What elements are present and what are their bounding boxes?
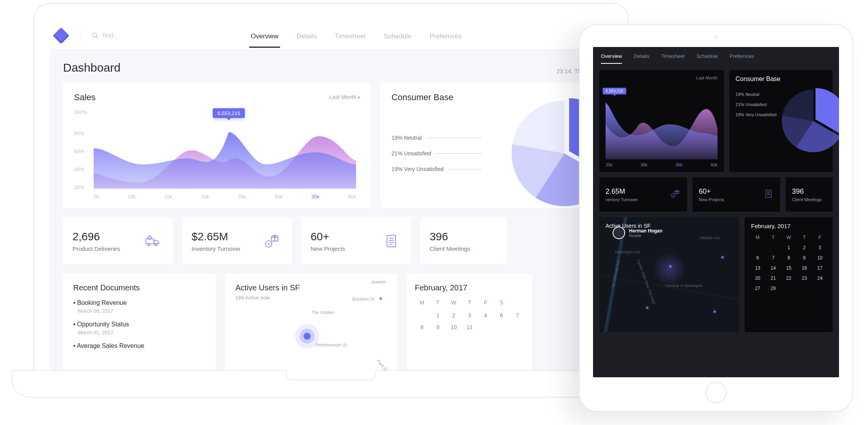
day[interactable]: 7 [767,255,780,261]
day[interactable]: 10 [813,255,826,261]
day[interactable]: 23 [798,276,811,281]
nav-overview[interactable]: Overview [601,53,622,64]
kpi-projects[interactable]: 60+ New Projects [301,218,411,265]
map-card[interactable]: Active Users in SF 169 Active now. Ipswi… [225,274,398,370]
day[interactable]: 14 [767,265,780,271]
day[interactable]: 6 [494,311,509,320]
day[interactable]: 21 [767,276,780,281]
calendar-grid[interactable]: M T W T F S 1 2 3 4 6 7 8 [415,299,524,331]
laptop-screen: Overview Details Timesheet Schedule Pref… [33,3,629,371]
doc-item[interactable]: • Opportunity Status March 01, 2017 [73,321,206,335]
y-tick: 20% [74,184,84,190]
map-card-dark[interactable]: Active Users in SF Hillsdale Ave Washing… [599,217,739,332]
y-tick: 100% [74,109,87,115]
day[interactable]: 1 [431,311,445,320]
street-label: Ipswich [371,279,386,284]
tablet-home-button[interactable] [705,382,727,403]
day[interactable]: 2 [798,245,811,250]
nav-overview[interactable]: Overview [251,24,278,47]
day[interactable]: 17 [813,265,826,271]
kpi-deliveries[interactable]: 2,696 Product Deliveries [63,218,173,265]
kpi-meetings[interactable]: 396 Client Meetings [420,218,506,265]
doc-item[interactable]: • Average Sales Revenue [73,342,206,349]
sales-range-selector[interactable]: Last Month [329,94,360,100]
tablet-screen: Overview Details Timesheet Schedule Pref… [593,47,839,377]
kpi-inventory[interactable]: 2.65Mventory Turnover $ [599,177,687,212]
dow: T [431,299,445,308]
map-user[interactable]: Herman Hogan Rookie [613,227,739,239]
day[interactable] [510,299,524,308]
kpi-inventory[interactable]: $2.65M Inventory Turnover $ [182,218,292,265]
nav-prefs[interactable]: Prefernces [729,53,754,64]
legend-unsat: 21% Unsatisfied [391,150,431,157]
dow: T [767,235,780,240]
kpi-value: 60+ [699,187,724,196]
day[interactable]: 9 [431,323,445,331]
day[interactable] [813,286,826,291]
dow: W [447,299,461,308]
y-tick: 80% [74,130,84,136]
day[interactable]: 7 [510,311,524,320]
app-logo[interactable] [53,27,69,44]
kpi-label: Client Meetings [792,197,822,202]
day[interactable]: 24 [813,276,826,281]
x-label: 30k [640,162,647,167]
day[interactable]: 9 [798,255,811,261]
tablet-camera [714,35,718,39]
day[interactable] [767,245,780,250]
main-nav: Overview Details Timesheet Schedule Pref… [251,24,462,47]
x-label: 25k [238,194,246,200]
day[interactable]: 2 [447,311,461,320]
dow: T [798,235,811,240]
laptop-notch [286,370,376,380]
consumer-pie-dark[interactable] [774,82,839,160]
consumer-pie[interactable]: 4 S [482,106,588,196]
day[interactable]: 28 [767,286,780,291]
sales-range-selector[interactable]: Last Month [696,76,717,80]
kpi-projects[interactable]: 60+New Projects [693,177,780,212]
doc-item[interactable]: • Booking Revenue March 08, 2017 [73,299,206,314]
nav-timesheet[interactable]: Timesheet [661,53,685,64]
calendar-grid-dark[interactable]: M T W T F 1 2 3 6 7 8 9 10 [751,235,826,291]
nav-prefs[interactable]: Prefernces [429,24,461,47]
day[interactable]: 4 [478,311,493,320]
day[interactable]: 11 [463,323,477,331]
day[interactable]: 20 [751,276,764,281]
day[interactable]: 22 [782,276,796,281]
day[interactable]: 15 [782,265,796,271]
nav-timesheet[interactable]: Timesheet [335,24,366,47]
sales-plot[interactable]: 6,553,215 [94,112,356,189]
day[interactable] [782,286,796,291]
day[interactable] [751,245,764,250]
day[interactable]: 8 [415,323,429,331]
sales-plot-dark[interactable]: 6,553,215 [606,85,718,159]
day[interactable]: 6 [751,255,764,261]
user-name: Herman Hogan [629,228,662,234]
nav-details[interactable]: Details [297,24,317,47]
search-input[interactable] [103,32,161,40]
search-wrap [92,32,161,40]
day[interactable]: 13 [751,265,764,271]
svg-rect-2 [146,239,154,244]
day[interactable]: 3 [813,245,826,250]
nav-schedule[interactable]: Schedule [384,24,412,47]
svg-line-1 [96,36,98,38]
day[interactable]: 8 [782,255,796,261]
dow: S [494,299,509,308]
day[interactable]: 1 [782,245,796,250]
nav-schedule[interactable]: Schedule [696,53,718,64]
x-label: 40k [348,194,356,200]
topbar: Overview Details Timesheet Schedule Pref… [50,22,612,49]
y-tick: 60% [74,148,84,154]
day[interactable]: 10 [447,323,461,331]
nav-details[interactable]: Details [634,53,649,64]
day[interactable] [415,311,429,320]
doc-date: March 01, 2017 [78,330,206,335]
day[interactable]: 27 [751,286,764,291]
day[interactable] [798,286,811,291]
dow: F [813,235,826,240]
gift-money-icon: $ [262,231,282,251]
day[interactable]: 3 [463,311,477,320]
day[interactable]: 16 [798,265,811,271]
kpi-meetings[interactable]: 396Client Meetings [786,177,833,212]
